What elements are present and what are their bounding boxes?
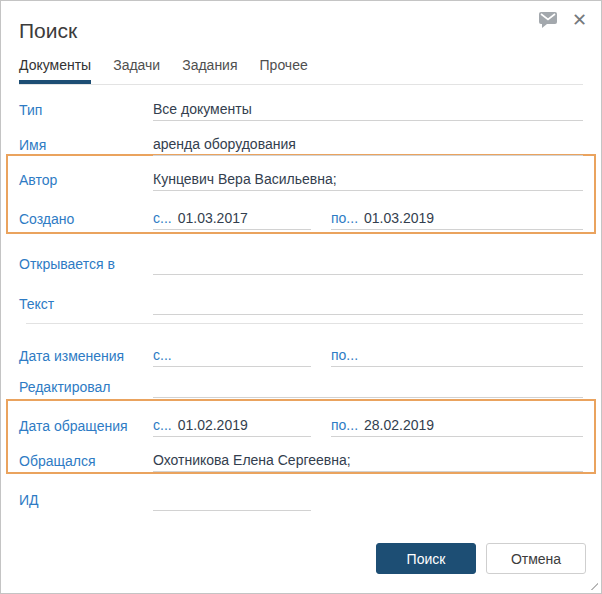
row-accessed-by: Обращался Охотникова Елена Сергеевна;: [19, 452, 583, 472]
row-created: Создано с...01.03.2017 по...01.03.2019: [19, 210, 583, 230]
edited-by-field[interactable]: [153, 378, 583, 398]
opens-in-label: Открывается в: [19, 255, 153, 274]
search-button[interactable]: Поиск: [376, 543, 476, 574]
created-to-label: по...: [331, 210, 358, 226]
type-field[interactable]: Все документы: [153, 101, 583, 121]
close-icon[interactable]: ✕: [568, 9, 591, 31]
row-edited-by: Редактировал: [19, 378, 583, 398]
tab-bar: Документы Задачи Задания Прочее: [19, 55, 583, 85]
resize-grip[interactable]: [591, 583, 598, 590]
row-modified-date: Дата изменения с... по...: [19, 347, 583, 367]
modified-from-field[interactable]: с...: [153, 347, 311, 367]
modified-date-label: Дата изменения: [19, 347, 153, 366]
name-label: Имя: [19, 136, 153, 155]
modified-to-label: по...: [331, 347, 358, 363]
modified-from-label: с...: [153, 347, 172, 363]
name-field[interactable]: аренда оборудования: [153, 136, 583, 156]
message-icon[interactable]: [538, 11, 558, 29]
modified-to-field[interactable]: по...: [331, 347, 583, 367]
accessed-from-label: с...: [153, 417, 172, 433]
accessed-from-field[interactable]: с...01.02.2019: [153, 417, 311, 437]
tab-assignments[interactable]: Задания: [182, 55, 237, 84]
id-label: ИД: [19, 491, 153, 510]
accessed-from-value: 01.02.2019: [178, 417, 248, 433]
created-to-value: 01.03.2019: [364, 210, 434, 226]
type-label: Тип: [19, 101, 153, 120]
edited-by-label: Редактировал: [19, 378, 153, 397]
dialog-title: Поиск: [19, 19, 77, 43]
created-from-value: 01.03.2017: [178, 210, 248, 226]
row-id: ИД: [19, 491, 583, 511]
created-from-field[interactable]: с...01.03.2017: [153, 210, 311, 230]
accessed-by-label: Обращался: [19, 452, 153, 471]
accessed-date-label: Дата обращения: [19, 417, 153, 436]
opens-in-field[interactable]: [153, 255, 583, 275]
created-label: Создано: [19, 210, 153, 229]
window-controls: ✕: [538, 9, 591, 31]
row-type: Тип Все документы: [19, 101, 583, 121]
row-text: Текст: [19, 295, 583, 315]
cancel-button[interactable]: Отмена: [486, 543, 586, 574]
text-label: Текст: [19, 295, 153, 314]
accessed-by-field[interactable]: Охотникова Елена Сергеевна;: [153, 452, 583, 472]
section-divider: [26, 323, 583, 324]
row-name: Имя аренда оборудования: [19, 136, 583, 156]
row-author: Автор Кунцевич Вера Васильевна;: [19, 171, 583, 191]
author-label: Автор: [19, 171, 153, 190]
accessed-to-field[interactable]: по...28.02.2019: [331, 417, 583, 437]
author-field[interactable]: Кунцевич Вера Васильевна;: [153, 171, 583, 191]
tab-other[interactable]: Прочее: [260, 55, 308, 84]
accessed-to-value: 28.02.2019: [364, 417, 434, 433]
search-dialog: Поиск ✕ Документы Задачи Задания Прочее …: [0, 0, 602, 594]
accessed-to-label: по...: [331, 417, 358, 433]
row-accessed-date: Дата обращения с...01.02.2019 по...28.02…: [19, 417, 583, 437]
row-opens-in: Открывается в: [19, 255, 583, 275]
text-field[interactable]: [153, 295, 583, 315]
created-to-field[interactable]: по...01.03.2019: [331, 210, 583, 230]
tab-documents[interactable]: Документы: [19, 55, 91, 84]
tab-tasks[interactable]: Задачи: [113, 55, 160, 84]
id-field[interactable]: [153, 491, 311, 511]
created-from-label: с...: [153, 210, 172, 226]
